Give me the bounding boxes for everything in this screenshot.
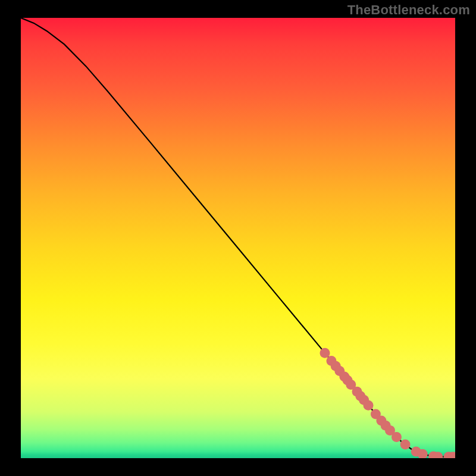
plot-area — [21, 18, 455, 458]
chart-svg — [21, 18, 455, 458]
chart-frame: TheBottleneck.com — [0, 0, 476, 476]
data-marker — [400, 440, 411, 450]
curve-line — [21, 18, 455, 457]
data-marker — [320, 348, 330, 358]
attribution-text: TheBottleneck.com — [347, 2, 470, 18]
data-marker — [392, 432, 402, 442]
data-marker — [364, 400, 374, 411]
data-markers — [320, 348, 456, 458]
